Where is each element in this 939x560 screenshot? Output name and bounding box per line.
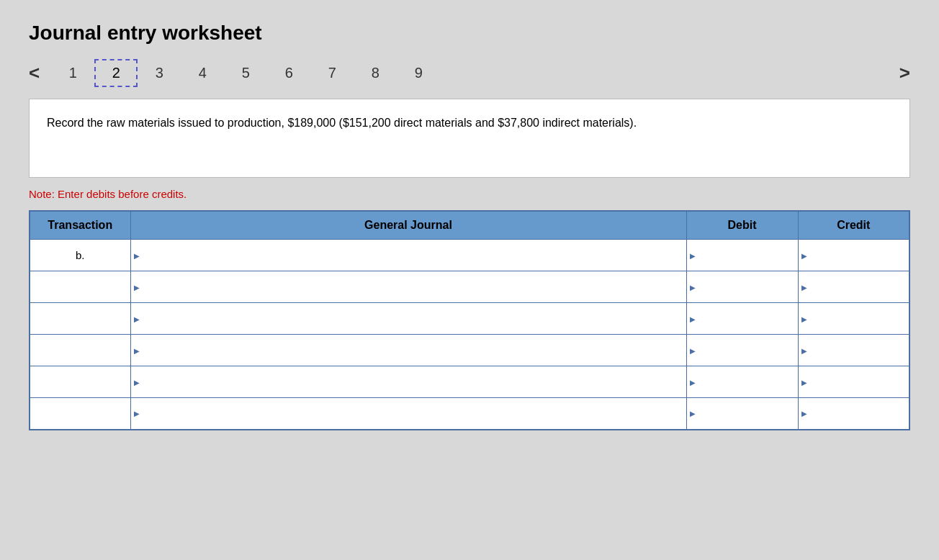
journal-input-4[interactable] [131, 366, 686, 397]
table-row [30, 366, 909, 398]
transaction-cell-1 [30, 271, 130, 303]
description-text: Record the raw materials issued to produ… [47, 114, 892, 132]
journal-cell-1[interactable] [130, 271, 686, 303]
credit-cell-3[interactable] [798, 335, 909, 366]
debit-input-1[interactable] [687, 271, 798, 302]
table-row [30, 398, 909, 430]
journal-cell-2[interactable] [130, 303, 686, 335]
table-row [30, 335, 909, 366]
nav-right-arrow[interactable]: > [899, 62, 910, 84]
credit-input-5[interactable] [799, 398, 909, 429]
header-debit: Debit [686, 211, 798, 240]
credit-cell-5[interactable] [798, 398, 909, 430]
credit-input-3[interactable] [799, 335, 909, 366]
journal-input-2[interactable] [131, 303, 686, 334]
debit-input-3[interactable] [687, 335, 798, 366]
table-row: b. [30, 240, 909, 271]
table-row [30, 271, 909, 303]
debit-cell-3[interactable] [686, 335, 798, 366]
journal-input-0[interactable] [131, 240, 686, 271]
nav-num-1[interactable]: 1 [51, 60, 94, 86]
nav-num-6[interactable]: 6 [267, 60, 310, 86]
journal-input-5[interactable] [131, 398, 686, 429]
note-text: Note: Enter debits before credits. [29, 188, 910, 200]
table-header-row: Transaction General Journal Debit Credit [30, 211, 909, 240]
debit-cell-0[interactable] [686, 240, 798, 271]
credit-cell-0[interactable] [798, 240, 909, 271]
nav-left-arrow[interactable]: < [29, 62, 40, 84]
credit-input-4[interactable] [799, 366, 909, 397]
debit-cell-5[interactable] [686, 398, 798, 430]
journal-input-1[interactable] [131, 271, 686, 302]
debit-cell-2[interactable] [686, 303, 798, 335]
journal-cell-3[interactable] [130, 335, 686, 366]
journal-table: Transaction General Journal Debit Credit… [29, 210, 910, 430]
description-box: Record the raw materials issued to produ… [29, 99, 910, 178]
nav-num-5[interactable]: 5 [224, 60, 267, 86]
nav-numbers: 1 2 3 4 5 6 7 8 9 [51, 59, 888, 87]
debit-input-4[interactable] [687, 366, 798, 397]
debit-cell-4[interactable] [686, 366, 798, 398]
table-row [30, 303, 909, 335]
nav-num-3[interactable]: 3 [138, 60, 181, 86]
journal-cell-5[interactable] [130, 398, 686, 430]
nav-num-8[interactable]: 8 [354, 60, 397, 86]
transaction-cell-5 [30, 398, 130, 430]
credit-input-1[interactable] [799, 271, 909, 302]
journal-cell-0[interactable] [130, 240, 686, 271]
transaction-cell-0: b. [30, 240, 130, 271]
credit-cell-1[interactable] [798, 271, 909, 303]
credit-input-2[interactable] [799, 303, 909, 334]
nav-num-2[interactable]: 2 [94, 59, 138, 87]
credit-cell-4[interactable] [798, 366, 909, 398]
journal-cell-4[interactable] [130, 366, 686, 398]
transaction-cell-2 [30, 303, 130, 335]
transaction-cell-3 [30, 335, 130, 366]
nav-num-7[interactable]: 7 [310, 60, 354, 86]
header-general-journal: General Journal [130, 211, 686, 240]
credit-input-0[interactable] [799, 240, 909, 271]
debit-input-2[interactable] [687, 303, 798, 334]
header-transaction: Transaction [30, 211, 130, 240]
page-title: Journal entry worksheet [29, 22, 910, 45]
header-credit: Credit [798, 211, 909, 240]
navigation-row: < 1 2 3 4 5 6 7 8 9 > [29, 59, 910, 87]
journal-input-3[interactable] [131, 335, 686, 366]
credit-cell-2[interactable] [798, 303, 909, 335]
debit-cell-1[interactable] [686, 271, 798, 303]
debit-input-0[interactable] [687, 240, 798, 271]
nav-num-9[interactable]: 9 [397, 60, 440, 86]
nav-num-4[interactable]: 4 [181, 60, 224, 86]
debit-input-5[interactable] [687, 398, 798, 429]
transaction-cell-4 [30, 366, 130, 398]
